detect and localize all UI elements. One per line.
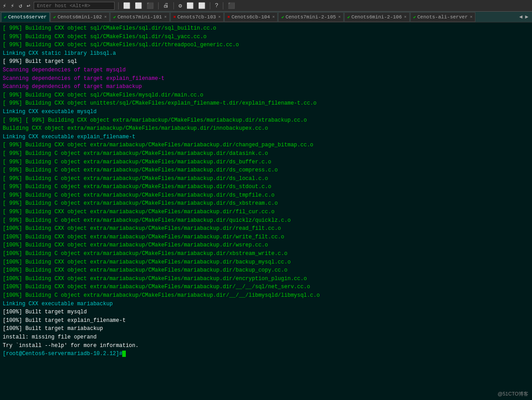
separator-5: [223, 2, 223, 9]
tab-label: Cenots6cb-104: [231, 14, 270, 20]
terminal-line: [100%] Building CXX object extra/mariaba…: [3, 283, 529, 291]
tab-cenots6cb-104[interactable]: ✖ Cenots6cb-104 ✕: [224, 12, 278, 22]
tab-close-icon[interactable]: ✕: [104, 14, 106, 19]
host-input[interactable]: [34, 2, 115, 10]
separator-2: [158, 2, 159, 9]
terminal-line: Scanning dependencies of target mariabac…: [3, 83, 529, 91]
terminal-line: [100%] Building CXX object extra/mariaba…: [3, 233, 529, 242]
toolbar-icon-extra[interactable]: ⬛: [227, 2, 236, 9]
tab-status-dot: ✔: [347, 14, 350, 20]
tab-cenots7mini-101[interactable]: ✔ Cenots7mini-101 ✕: [110, 12, 169, 22]
terminal-line: [100%] Building CXX object extra/mariaba…: [3, 241, 529, 250]
tabbar: ✔ Cenots6server ✔ Cenots6mini-102 ✕ ✔ Ce…: [0, 12, 532, 22]
tabbar-arrow-left[interactable]: ◀: [519, 13, 523, 20]
tab-label: Cenots6server: [8, 14, 47, 20]
terminal-line: [100%] Building CXX object extra/mariaba…: [3, 224, 529, 233]
terminal-line: [100%] Built target explain_filename-t: [3, 316, 529, 325]
tab-status-dot: ✔: [4, 14, 7, 20]
terminal-line: [100%] Built target mysqld: [3, 308, 529, 316]
terminal-line: [ 99%] Building C object extra/mariaback…: [3, 216, 529, 225]
tab-status-dot: ✖: [227, 14, 230, 20]
tab-label: Cenots7mini-2-105: [285, 14, 336, 20]
terminal-line: [ 99%] Building C object extra/mariaback…: [3, 149, 529, 158]
terminal-line: [root@Centos6-servermariadb-10.2.12]#: [3, 350, 529, 358]
terminal-line: [ 99%] [ 99%] Building CXX object extra/…: [3, 116, 529, 125]
terminal-line: [100%] Building CXX object extra/mariaba…: [3, 258, 529, 267]
tab-cenots6server[interactable]: ✔ Cenots6server: [1, 12, 50, 22]
terminal-line: Try `install --help' for more informatio…: [3, 342, 529, 350]
tab-close-icon[interactable]: ✕: [272, 14, 275, 19]
tab-status-dot: ✔: [113, 14, 116, 20]
terminal-line: [100%] Building CXX object extra/mariaba…: [3, 266, 529, 275]
tab-label: Cenots7cb-103: [177, 14, 216, 20]
toolbar-icon-transfer[interactable]: ⬜: [197, 2, 206, 9]
terminal-line: Linking CXX executable mysqld: [3, 108, 529, 116]
tab-label: Cenots7mini-101: [117, 14, 162, 20]
watermark: @51CTO博客: [498, 391, 528, 397]
terminal-line: [ 99%] Building C object extra/mariaback…: [3, 158, 529, 167]
toolbar-icon-1[interactable]: ⚡: [2, 2, 7, 9]
terminal-line: [ 99%] Building C object extra/mariaback…: [3, 166, 529, 175]
terminal-line: [ 99%] Building CXX object sql/CMakeFile…: [3, 91, 529, 100]
toolbar-icon-2[interactable]: ⚡: [10, 2, 15, 9]
tab-cenots6mini-102[interactable]: ✔ Cenots6mini-102 ✕: [50, 12, 110, 22]
tab-status-dot: ✔: [281, 14, 284, 20]
toolbar-icon-print[interactable]: 🖨: [162, 2, 170, 9]
terminal-line: [ 99%] Building CXX object sql/CMakeFile…: [3, 33, 529, 41]
tabbar-scroll-arrows: ◀ ▶: [519, 13, 531, 20]
tab-cenots7mini-2-105[interactable]: ✔ Cenots7mini-2-105 ✕: [278, 12, 344, 22]
terminal-line: Building CXX object extra/mariabackup/CM…: [3, 124, 529, 133]
separator-3: [173, 2, 174, 9]
tab-label: Cenots6mini-102: [58, 14, 102, 20]
separator-4: [210, 2, 210, 9]
tab-close-icon[interactable]: ✕: [338, 14, 341, 19]
tab-label: Cenots6mini-2-106: [351, 14, 402, 20]
tab-status-dot: ✔: [413, 14, 416, 20]
terminal-line: [100%] Building CXX object extra/mariaba…: [3, 275, 529, 283]
terminal-line: [ 99%] Building C object extra/mariaback…: [3, 199, 529, 208]
terminal-line: Scanning dependencies of target mysqld: [3, 66, 529, 75]
separator-1: [118, 2, 119, 9]
tab-label: Cenots-ali-server: [417, 14, 468, 20]
tab-status-dot: ✔: [53, 14, 56, 20]
tab-close-icon[interactable]: ✕: [470, 14, 472, 19]
tabbar-arrow-right[interactable]: ▶: [524, 13, 529, 20]
terminal-line: [ 99%] Building C object extra/mariaback…: [3, 183, 529, 191]
terminal-line: [ 99%] Building CXX object unittest/sql/…: [3, 99, 529, 108]
terminal-line: Linking CXX executable mariabackup: [3, 300, 529, 308]
toolbar-icon-paste[interactable]: ⬜: [134, 2, 143, 9]
tab-cenots7cb-103[interactable]: ✖ Cenots7cb-103 ✕: [170, 12, 224, 22]
tab-cenots-ali-server[interactable]: ✔ Cenots-ali-server ✕: [410, 12, 476, 22]
terminal-line: [ 99%] Building CXX object extra/mariaba…: [3, 141, 529, 149]
terminal-line: [100%] Built target mariabackup: [3, 325, 529, 333]
tab-close-icon[interactable]: ✕: [404, 14, 406, 19]
terminal-line: install: missing file operand: [3, 333, 529, 342]
toolbar-icon-back[interactable]: ↩: [26, 2, 31, 9]
terminal-line: Linking CXX executable explain_filename-…: [3, 133, 529, 141]
tab-close-icon[interactable]: ✕: [164, 14, 166, 19]
toolbar-icon-help[interactable]: ?: [214, 2, 219, 9]
tab-status-dot: ✖: [173, 14, 176, 20]
terminal-line: [ 99%] Built target sql: [3, 57, 529, 66]
terminal-line: [ 99%] Building CXX object sql/CMakeFile…: [3, 24, 529, 33]
toolbar-icon-sftp[interactable]: ⬛: [146, 2, 155, 9]
terminal-line: [ 99%] Building CXX object extra/mariaba…: [3, 208, 529, 216]
terminal-line: Linking CXX static library libsql.a: [3, 49, 529, 58]
toolbar-icon-settings[interactable]: ⚙: [177, 2, 183, 9]
terminal-line: Scanning dependencies of target explain_…: [3, 75, 529, 83]
terminal[interactable]: [ 99%] Building CXX object sql/CMakeFile…: [0, 22, 532, 400]
tab-close-icon[interactable]: ✕: [218, 14, 221, 19]
terminal-line: [ 99%] Building CXX object sql/CMakeFile…: [3, 41, 529, 49]
terminal-line: [100%] Building C object extra/mariaback…: [3, 291, 529, 300]
terminal-line: [ 99%] Building C object extra/mariaback…: [3, 175, 529, 183]
terminal-line: [ 99%] Building C object extra/mariaback…: [3, 191, 529, 200]
tab-cenots6mini-2-106[interactable]: ✔ Cenots6mini-2-106 ✕: [344, 12, 410, 22]
toolbar-icon-monitor[interactable]: ⬜: [186, 2, 195, 9]
terminal-line: [100%] Building C object extra/mariaback…: [3, 250, 529, 258]
toolbar: ⚡ ⚡ ↺ ↩ ⬜ ⬜ ⬛ 🖨 ⚙ ⬜ ⬜ ? ⬛: [0, 0, 532, 12]
toolbar-icon-refresh[interactable]: ↺: [18, 2, 23, 9]
toolbar-icon-copy[interactable]: ⬜: [122, 2, 131, 9]
